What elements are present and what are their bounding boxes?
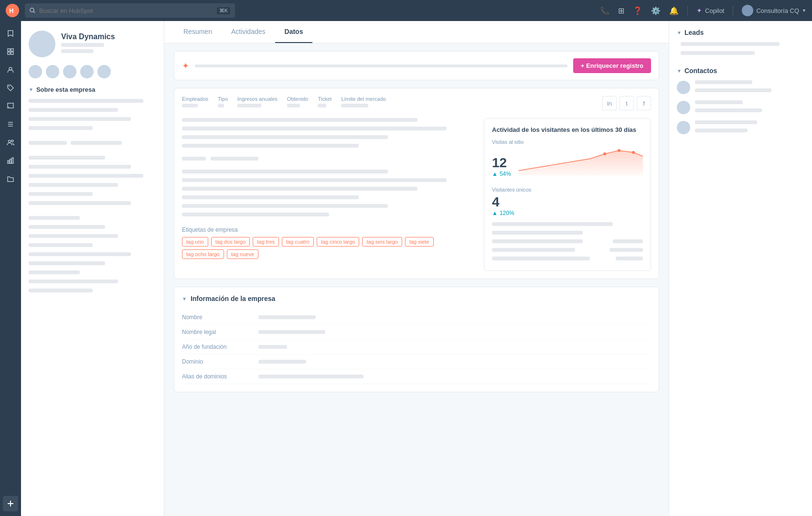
copilot-button[interactable]: ✦ Copilot [696, 7, 724, 14]
social-twitter-icon[interactable]: t [620, 96, 634, 110]
social-linkedin-icon[interactable]: in [602, 96, 617, 110]
help-icon[interactable]: ❓ [633, 6, 642, 15]
info-row-fundacion: Año de fundación [182, 340, 651, 355]
info-key-alias: Alias de dominios [182, 373, 258, 380]
svg-point-22 [632, 151, 635, 154]
field-ticket-label: Ticket [318, 96, 331, 102]
tb1-line1 [182, 118, 417, 122]
sidebar-icon-message[interactable] [3, 98, 18, 114]
lp-line-inline-1 [29, 141, 67, 145]
sidebar-icon-users[interactable] [3, 135, 18, 150]
contact-lines-3 [695, 120, 804, 135]
act-line5 [492, 248, 575, 252]
about-section-header[interactable]: ▼ Sobre esta empresa [29, 86, 156, 93]
enrich-progress-bar [195, 64, 567, 67]
tb2-line2 [182, 178, 447, 182]
sidebar-icon-folder[interactable] [3, 171, 18, 186]
social-facebook-icon[interactable]: f [637, 96, 651, 110]
phone-icon[interactable]: 📞 [600, 6, 609, 15]
content-col-left: Etiquetas de empresa tag uno tag dos lar… [182, 118, 476, 271]
svg-point-21 [618, 149, 620, 152]
field-tipo-label: Tipo [218, 96, 228, 102]
lp-line-1 [29, 99, 143, 103]
svg-rect-5 [11, 49, 13, 51]
tag-item[interactable]: tag siete [405, 237, 434, 247]
lp-line-15 [29, 252, 131, 256]
svg-rect-15 [8, 161, 9, 163]
lp-line-17 [29, 270, 80, 274]
grid-nav-icon[interactable]: ⊞ [618, 6, 624, 15]
user-label: Consultoría CQ [756, 7, 799, 14]
enrich-star-icon: ✦ [182, 61, 189, 71]
contact-avatar-3 [677, 121, 690, 134]
svg-point-13 [9, 140, 11, 143]
about-chevron-icon: ▼ [29, 87, 33, 92]
svg-point-20 [603, 152, 606, 155]
tag-item[interactable]: tag tres [253, 237, 279, 247]
tag-item[interactable]: tag uno [182, 237, 208, 247]
info-val-nombre [258, 315, 316, 319]
contact-line-3b [695, 129, 748, 132]
contact-lines-1 [695, 80, 804, 95]
lp-line-19 [29, 289, 93, 292]
lp-line-4 [29, 126, 93, 130]
tag-item[interactable]: tag seis largo [362, 237, 402, 247]
left-panel: Viva Dynamics ▼ Sobre esta empresa [21, 21, 164, 516]
contact-avatar-2 [677, 101, 690, 114]
lp-line-9 [29, 192, 93, 196]
info-val-alias [258, 375, 363, 378]
tag-item[interactable]: tag dos largo [211, 237, 250, 247]
info-val-dominio [258, 360, 306, 364]
tab-resumen[interactable]: Resumen [174, 21, 222, 43]
sidebar-icon-contacts[interactable] [3, 62, 18, 77]
data-fields-section: Empleados Tipo Ingresos anuales Obtenido [174, 88, 659, 279]
settings-icon[interactable]: ⚙️ [651, 6, 661, 15]
tag-item[interactable]: tag cuatro [282, 237, 314, 247]
sidebar-icon-tag[interactable] [3, 80, 18, 96]
company-sub-line-2 [61, 49, 94, 53]
info-key-fundacion: Año de fundación [182, 344, 258, 350]
info-val-nombre-legal [258, 330, 325, 334]
contact-item-3 [677, 120, 804, 135]
svg-rect-17 [12, 158, 13, 163]
chart-svg [519, 147, 643, 175]
tag-item[interactable]: tag nueve [227, 249, 258, 259]
lp-line-inline-2 [71, 141, 122, 145]
contacts-section-header[interactable]: ▼ Contactos [677, 67, 804, 75]
enrich-button[interactable]: + Enriquecer registro [573, 58, 651, 73]
field-obtenido-label: Obtenido [287, 96, 309, 102]
contact-item-1 [677, 80, 804, 95]
sidebar-icon-bookmark[interactable] [3, 26, 18, 41]
main-layout: Viva Dynamics ▼ Sobre esta empresa [0, 21, 812, 516]
user-badge[interactable]: Consultoría CQ ▼ [742, 5, 806, 16]
site-visits-left: 12 ▲ 54% [492, 155, 511, 183]
text-block-inline [182, 157, 476, 163]
tags-section: Etiquetas de empresa tag uno tag dos lar… [182, 226, 476, 259]
sidebar-icon-add[interactable] [3, 496, 18, 511]
tag-item[interactable]: tag cinco largo [317, 237, 360, 247]
search-input[interactable] [39, 7, 213, 14]
site-visits-arrow: ▲ [492, 171, 498, 177]
sidebar-icon-chart[interactable] [3, 153, 18, 168]
info-row-nombre: Nombre [182, 310, 651, 325]
leads-content [677, 42, 804, 57]
lp-line-11 [29, 216, 80, 220]
sidebar-icon-grid[interactable] [3, 44, 18, 59]
tag-item[interactable]: tag ocho largo [182, 249, 224, 259]
company-sub-lines [61, 43, 115, 53]
leads-section-header[interactable]: ▼ Leads [677, 29, 804, 36]
tab-actividades[interactable]: Actividades [222, 21, 275, 43]
circle-3 [63, 65, 76, 78]
sidebar-icon-list[interactable] [3, 117, 18, 132]
company-sub-line-1 [61, 43, 104, 47]
bell-icon[interactable]: 🔔 [669, 6, 679, 15]
svg-rect-7 [11, 52, 13, 54]
lp-line-7 [29, 174, 143, 178]
tab-datos[interactable]: Datos [275, 21, 313, 43]
tb2-line6 [182, 213, 329, 216]
circle-4 [80, 65, 94, 78]
info-section-header[interactable]: ▼ Información de la empresa [182, 295, 651, 302]
contact-line-2a [695, 100, 743, 104]
info-section-title: Información de la empresa [191, 295, 275, 302]
search-bar[interactable]: ⌘K [25, 3, 235, 18]
